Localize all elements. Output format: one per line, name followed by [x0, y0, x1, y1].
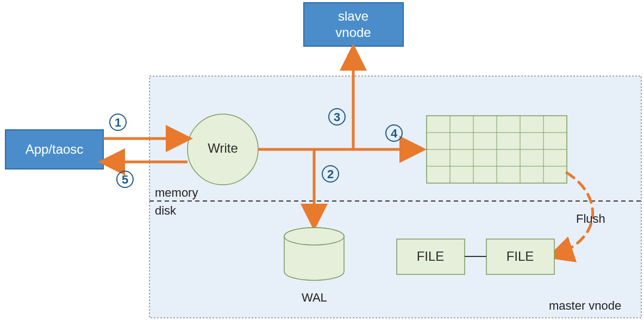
- label-memory: memory: [155, 186, 198, 199]
- label-disk: disk: [155, 204, 177, 217]
- svg-text:1: 1: [115, 116, 121, 129]
- step-5: 5: [117, 171, 133, 187]
- svg-text:3: 3: [334, 110, 340, 124]
- step-1: 1: [110, 114, 126, 130]
- app-taosc-box: App/taosc: [5, 130, 103, 169]
- label-wal: WAL: [302, 291, 327, 304]
- file2-label: FILE: [507, 249, 534, 263]
- svg-point-22: [284, 228, 344, 245]
- svg-text:5: 5: [122, 173, 128, 186]
- file-box-1: FILE: [397, 239, 465, 274]
- slave-vnode-box: slave vnode: [304, 3, 403, 46]
- svg-text:2: 2: [327, 167, 334, 181]
- slave-vnode-line2: vnode: [335, 25, 371, 40]
- write-node: Write: [187, 114, 258, 185]
- master-vnode-container: [149, 76, 641, 318]
- label-master-vnode: master vnode: [549, 299, 621, 312]
- svg-text:4: 4: [391, 127, 398, 140]
- slave-vnode-line1: slave: [338, 9, 368, 23]
- wal-cylinder: [284, 228, 344, 280]
- file-box-2: FILE: [486, 239, 554, 274]
- label-flush: Flush: [576, 212, 605, 225]
- app-taosc-label: App/taosc: [26, 142, 84, 156]
- file1-label: FILE: [417, 249, 445, 263]
- write-label: Write: [208, 141, 238, 155]
- memory-grid: [427, 116, 567, 183]
